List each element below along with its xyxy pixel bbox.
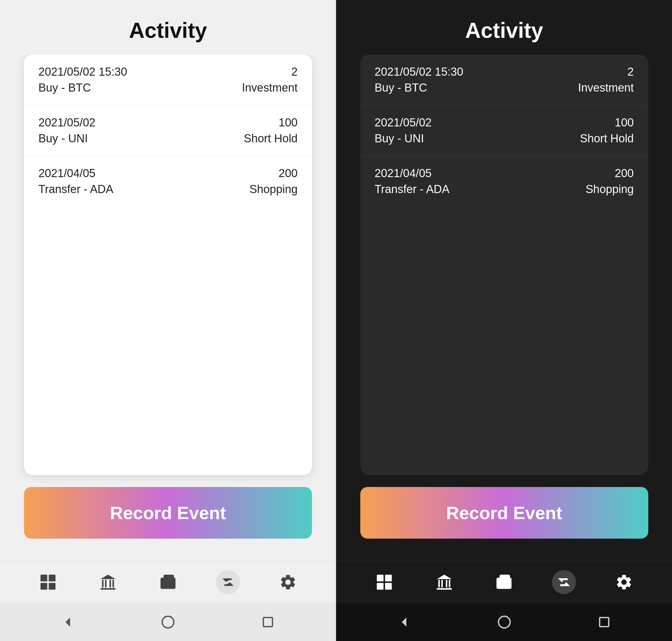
activity-type-2: Buy - UNI: [38, 132, 88, 145]
svg-rect-15: [377, 575, 384, 582]
svg-rect-20: [438, 580, 440, 588]
svg-rect-17: [377, 583, 384, 590]
light-activity-card: 2021/05/02 15:30 2 Buy - BTC Investment …: [24, 55, 312, 475]
dark-bottom-nav: [336, 561, 672, 603]
light-recents-button[interactable]: [257, 612, 278, 632]
svg-rect-22: [446, 580, 447, 588]
svg-rect-6: [105, 580, 107, 588]
dark-activity-category-1: Investment: [578, 81, 634, 94]
dark-back-button[interactable]: [394, 612, 415, 632]
svg-rect-5: [102, 580, 103, 588]
dark-activity-item-3[interactable]: 2021/04/05 200 Transfer - ADA Shopping: [360, 156, 648, 207]
svg-rect-21: [441, 580, 443, 588]
dark-content: 2021/05/02 15:30 2 Buy - BTC Investment …: [336, 55, 672, 561]
svg-rect-1: [49, 575, 56, 582]
svg-marker-4: [100, 575, 115, 579]
dark-activity-type-3: Transfer - ADA: [375, 183, 450, 196]
light-nav-settings[interactable]: [276, 570, 300, 594]
svg-rect-29: [599, 617, 608, 627]
dark-nav-bank[interactable]: [432, 570, 456, 594]
dark-header: Activity: [336, 0, 672, 55]
dark-activity-date-3: 2021/04/05: [375, 167, 432, 180]
activity-date-2: 2021/05/02: [38, 116, 95, 129]
light-content: 2021/05/02 15:30 2 Buy - BTC Investment …: [0, 55, 336, 561]
light-system-nav: [0, 603, 336, 641]
light-record-event-button[interactable]: Record Event: [24, 487, 312, 538]
dark-home-button[interactable]: [494, 612, 515, 632]
dark-panel: Activity 2021/05/02 15:30 2 Buy - BTC In…: [336, 0, 672, 641]
light-bottom-nav: [0, 561, 336, 603]
svg-point-13: [162, 616, 174, 628]
activity-item-1[interactable]: 2021/05/02 15:30 2 Buy - BTC Investment: [24, 55, 312, 105]
activity-item-2[interactable]: 2021/05/02 100 Buy - UNI Short Hold: [24, 105, 312, 156]
activity-category-3: Shopping: [249, 183, 298, 196]
svg-rect-7: [110, 580, 111, 588]
dark-recents-button[interactable]: [594, 612, 615, 632]
light-nav-transfer[interactable]: [216, 570, 240, 594]
svg-marker-19: [437, 575, 452, 579]
dark-activity-amount-2: 100: [615, 116, 634, 129]
svg-rect-18: [385, 583, 392, 590]
activity-amount-2: 100: [279, 116, 298, 129]
svg-rect-16: [385, 575, 392, 582]
svg-marker-12: [66, 617, 70, 627]
light-home-button[interactable]: [157, 612, 179, 632]
svg-rect-8: [112, 580, 114, 588]
light-nav-wallet[interactable]: [156, 570, 180, 594]
dark-activity-amount-1: 2: [627, 66, 634, 78]
dark-activity-card: 2021/05/02 15:30 2 Buy - BTC Investment …: [360, 55, 648, 475]
svg-rect-24: [437, 588, 452, 590]
activity-date-1: 2021/05/02 15:30: [38, 66, 127, 78]
dark-activity-category-2: Short Hold: [580, 132, 634, 145]
light-panel: Activity 2021/05/02 15:30 2 Buy - BTC In…: [0, 0, 336, 641]
activity-item-3[interactable]: 2021/04/05 200 Transfer - ADA Shopping: [24, 156, 312, 207]
dark-system-nav: [336, 603, 672, 641]
svg-point-28: [498, 616, 510, 628]
activity-date-3: 2021/04/05: [38, 167, 95, 180]
dark-record-event-button[interactable]: Record Event: [360, 487, 648, 538]
light-back-button[interactable]: [58, 612, 79, 632]
svg-rect-2: [41, 583, 47, 590]
svg-rect-11: [169, 582, 174, 585]
svg-rect-3: [49, 583, 56, 590]
svg-rect-0: [41, 575, 47, 582]
dark-activity-item-1[interactable]: 2021/05/02 15:30 2 Buy - BTC Investment: [360, 55, 648, 105]
dark-nav-transfer[interactable]: [552, 570, 576, 594]
dark-nav-wallet[interactable]: [492, 570, 516, 594]
activity-type-3: Transfer - ADA: [38, 183, 113, 196]
activity-type-1: Buy - BTC: [38, 81, 91, 94]
light-page-title: Activity: [129, 18, 207, 42]
svg-rect-9: [100, 588, 115, 590]
dark-page-title: Activity: [465, 18, 543, 42]
svg-rect-26: [505, 582, 510, 585]
dark-activity-amount-3: 200: [615, 167, 634, 180]
dark-nav-settings[interactable]: [612, 570, 636, 594]
dark-activity-item-2[interactable]: 2021/05/02 100 Buy - UNI Short Hold: [360, 105, 648, 156]
activity-category-2: Short Hold: [243, 132, 298, 145]
dark-nav-dashboard[interactable]: [372, 570, 396, 594]
dark-activity-type-2: Buy - UNI: [375, 132, 424, 145]
activity-amount-1: 2: [291, 66, 298, 78]
light-nav-dashboard[interactable]: [36, 570, 60, 594]
activity-category-1: Investment: [242, 81, 298, 94]
dark-activity-date-2: 2021/05/02: [375, 116, 432, 129]
svg-marker-27: [402, 617, 406, 627]
dark-activity-type-1: Buy - BTC: [375, 81, 427, 94]
dark-activity-category-3: Shopping: [586, 183, 634, 196]
activity-amount-3: 200: [279, 167, 298, 180]
svg-rect-14: [263, 617, 272, 627]
dark-activity-date-1: 2021/05/02 15:30: [375, 66, 463, 78]
light-header: Activity: [0, 0, 336, 55]
svg-rect-23: [449, 580, 450, 588]
light-nav-bank[interactable]: [96, 570, 120, 594]
